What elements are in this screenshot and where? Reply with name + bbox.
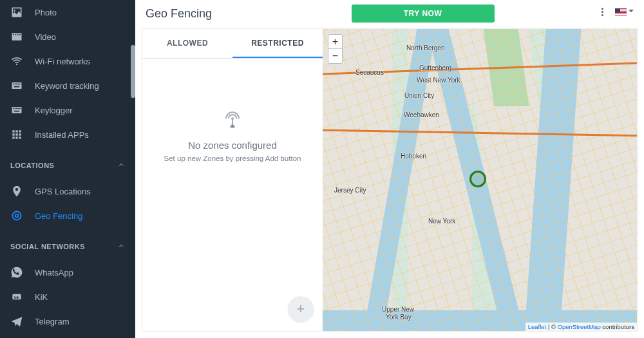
svg-rect-11	[18, 84, 19, 85]
sidebar-item-keyword-tracking[interactable]: Keyword tracking	[0, 73, 135, 98]
pin-icon	[10, 185, 23, 198]
content-card: ALLOWED RESTRICTED No zones configured S…	[142, 28, 638, 332]
svg-rect-29	[19, 136, 21, 138]
sidebar: Photo Video Wi-Fi networks Keyword track…	[0, 0, 135, 338]
sidebar-item-label: Keylogger	[35, 106, 125, 115]
sidebar-item-label: GPS Locations	[35, 187, 125, 196]
wifi-icon	[10, 55, 23, 68]
map-label: Upper New	[382, 306, 414, 313]
sidebar-item-label: KiK	[35, 292, 125, 302]
geofence-circle-marker[interactable]	[469, 171, 486, 187]
map-label: Secaucus	[355, 69, 384, 76]
map-attribution: Leaflet | © OpenStreetMap contributors	[526, 323, 637, 331]
svg-rect-3	[15, 34, 17, 35]
antenna-icon	[222, 111, 243, 131]
sidebar-item-label: Keyword tracking	[35, 81, 125, 91]
svg-rect-14	[12, 107, 22, 113]
flag-us-icon[interactable]	[615, 8, 627, 16]
sidebar-item-whatsapp[interactable]: WhatsApp	[0, 260, 135, 285]
header-bar: Geo Fencing TRY NOW	[135, 0, 644, 27]
film-icon	[10, 30, 23, 43]
map-view[interactable]: + − North BergenSecaucusGuttenbergWest N…	[323, 29, 637, 331]
svg-rect-24	[12, 133, 14, 135]
main-area: Geo Fencing TRY NOW ALLOWED RESTRICTED	[135, 0, 644, 338]
svg-point-31	[15, 214, 19, 218]
svg-rect-9	[15, 84, 16, 85]
tab-allowed[interactable]: ALLOWED	[142, 29, 232, 58]
sidebar-item-label: Wi-Fi networks	[35, 57, 125, 66]
tab-restricted[interactable]: RESTRICTED	[232, 29, 323, 58]
sidebar-item-geo-fencing[interactable]: Geo Fencing	[0, 203, 135, 228]
zones-panel: ALLOWED RESTRICTED No zones configured S…	[142, 29, 323, 331]
target-icon	[10, 209, 23, 222]
svg-rect-28	[15, 136, 17, 138]
map-label: Weehawken	[404, 111, 439, 118]
svg-rect-20	[14, 111, 19, 112]
chevron-up-icon	[117, 161, 125, 170]
svg-rect-19	[19, 108, 21, 109]
zoom-control: + −	[328, 34, 343, 64]
map-label: West New York	[417, 77, 460, 84]
map-label: Jersey City	[334, 187, 366, 194]
map-label: North Bergen	[406, 44, 444, 52]
svg-rect-16	[15, 108, 16, 109]
sidebar-section-social-networks[interactable]: SOCIAL NETWORKS	[0, 233, 135, 260]
add-zone-button[interactable]: +	[288, 296, 314, 322]
svg-rect-7	[12, 82, 22, 89]
map-label: York Bay	[386, 314, 412, 321]
svg-rect-5	[19, 34, 21, 35]
zone-tabs: ALLOWED RESTRICTED	[142, 29, 323, 59]
svg-rect-12	[19, 84, 21, 85]
sidebar-section-locations[interactable]: LOCATIONS	[0, 152, 135, 179]
svg-rect-22	[15, 130, 17, 132]
sidebar-item-kik[interactable]: kik KiK	[0, 285, 135, 309]
page-title: Geo Fencing	[146, 7, 212, 21]
sidebar-item-photo[interactable]: Photo	[0, 0, 135, 24]
keyboard-icon	[10, 104, 23, 117]
svg-rect-25	[15, 133, 17, 135]
map-label: Union City	[404, 92, 434, 99]
zoom-in-button[interactable]: +	[328, 35, 342, 49]
leaflet-link[interactable]: Leaflet	[528, 323, 547, 330]
svg-rect-26	[19, 133, 21, 135]
sidebar-item-label: Installed APPs	[35, 130, 125, 140]
section-title: SOCIAL NETWORKS	[10, 243, 85, 250]
zoom-out-button[interactable]: −	[328, 49, 342, 63]
svg-point-30	[12, 211, 21, 220]
keyboard-icon	[10, 79, 23, 92]
svg-rect-15	[13, 108, 14, 109]
svg-rect-17	[16, 108, 17, 109]
map-label: New York	[428, 218, 455, 225]
sidebar-item-video[interactable]: Video	[0, 24, 135, 49]
sidebar-item-label: Geo Fencing	[35, 211, 125, 221]
svg-rect-4	[17, 34, 19, 35]
image-icon	[10, 6, 23, 19]
telegram-icon	[10, 315, 23, 328]
empty-subtitle: Set up new Zones by pressing Add button	[164, 155, 301, 162]
empty-state: No zones configured Set up new Zones by …	[142, 59, 323, 331]
section-title: LOCATIONS	[10, 162, 54, 169]
svg-point-6	[16, 64, 17, 65]
sidebar-item-label: Video	[35, 32, 125, 42]
try-now-button[interactable]: TRY NOW	[352, 5, 495, 23]
sidebar-item-gps-locations[interactable]: GPS Locations	[0, 179, 135, 203]
map-label: Guttenberg	[419, 64, 451, 71]
sidebar-item-label: Telegram	[35, 317, 125, 326]
more-menu-icon[interactable]	[599, 5, 606, 19]
osm-link[interactable]: OpenStreetMap	[558, 323, 601, 330]
svg-rect-23	[19, 130, 21, 132]
empty-title: No zones configured	[188, 140, 277, 151]
svg-rect-18	[18, 108, 19, 109]
sidebar-item-label: WhatsApp	[35, 268, 125, 277]
sidebar-scrollbar[interactable]	[131, 45, 135, 98]
sidebar-item-wi-fi-networks[interactable]: Wi-Fi networks	[0, 49, 135, 73]
language-dropdown-caret[interactable]	[629, 10, 634, 15]
sidebar-item-installed-apps[interactable]: Installed APPs	[0, 122, 135, 147]
whatsapp-icon	[10, 266, 23, 279]
chevron-up-icon	[117, 242, 125, 251]
grid-icon	[10, 128, 23, 141]
sidebar-item-keylogger[interactable]: Keylogger	[0, 98, 135, 122]
svg-point-0	[14, 10, 15, 12]
svg-rect-27	[12, 136, 14, 138]
sidebar-item-telegram[interactable]: Telegram	[0, 309, 135, 333]
